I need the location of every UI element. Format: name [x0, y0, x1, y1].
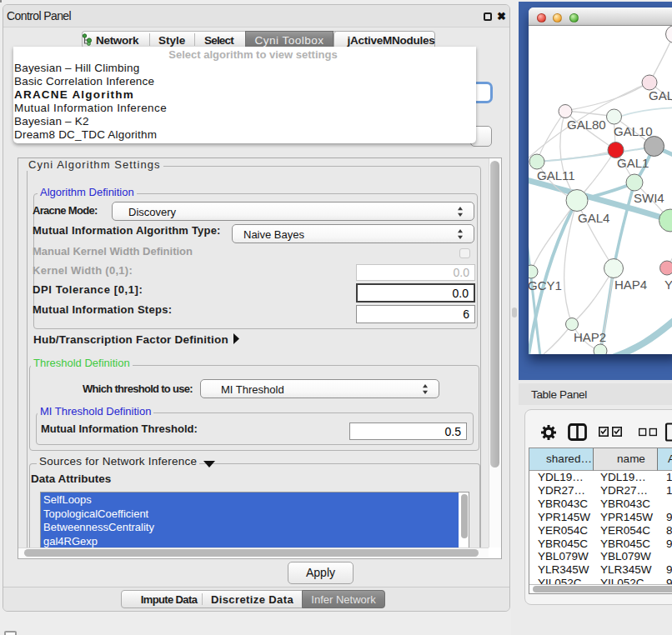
svg-text:GCY1: GCY1 — [529, 278, 562, 292]
svg-text:GAL80: GAL80 — [567, 118, 606, 132]
svg-text:GAL11: GAL11 — [537, 168, 575, 182]
svg-text:YJ: YJ — [664, 278, 672, 292]
svg-text:HAP2: HAP2 — [574, 330, 606, 344]
svg-text:GAL10: GAL10 — [614, 124, 653, 138]
svg-text:HAP4: HAP4 — [614, 278, 647, 292]
svg-text:SWI4: SWI4 — [634, 191, 664, 205]
svg-text:GAL7: GAL7 — [649, 88, 672, 102]
svg-text:GAL1: GAL1 — [617, 156, 649, 170]
svg-text:GAL4: GAL4 — [578, 211, 609, 225]
